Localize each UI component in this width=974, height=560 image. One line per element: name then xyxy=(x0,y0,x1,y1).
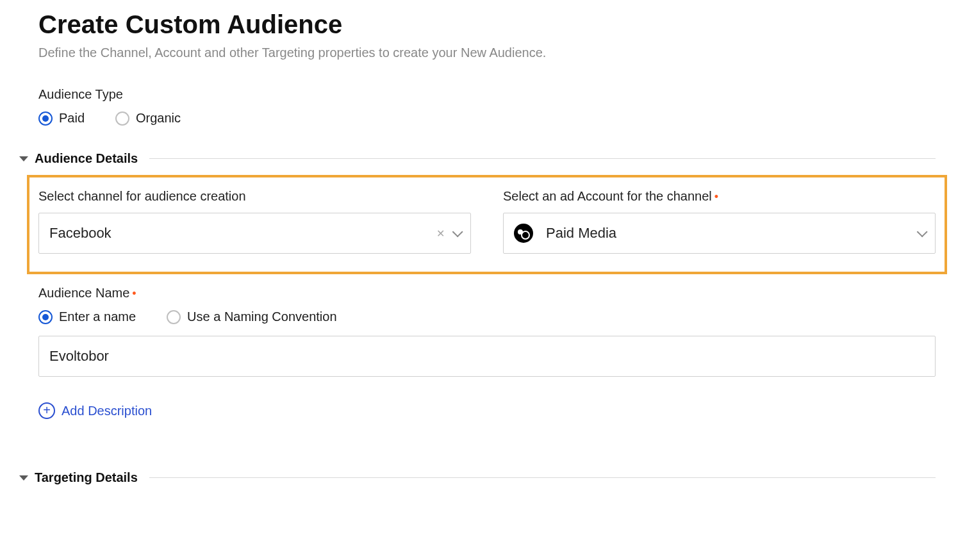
radio-unselected-icon xyxy=(167,310,181,324)
section-targeting-details-title: Targeting Details xyxy=(35,470,138,485)
page-subtitle: Define the Channel, Account and other Ta… xyxy=(38,45,936,60)
section-targeting-details[interactable]: Targeting Details xyxy=(19,470,936,485)
audience-name-input[interactable] xyxy=(49,336,925,376)
divider xyxy=(149,477,936,478)
channel-select-value: Facebook xyxy=(49,225,436,242)
channel-account-highlight: Select channel for audience creation Fac… xyxy=(27,175,947,274)
radio-paid[interactable]: Paid xyxy=(38,111,85,126)
caret-down-icon xyxy=(19,475,28,481)
plus-circle-icon xyxy=(38,402,55,419)
radio-enter-name[interactable]: Enter a name xyxy=(38,309,136,324)
radio-organic[interactable]: Organic xyxy=(115,111,181,126)
account-select-value: Paid Media xyxy=(546,225,917,242)
add-description-button[interactable]: Add Description xyxy=(38,402,152,419)
clear-icon[interactable]: ✕ xyxy=(436,227,445,240)
radio-organic-label: Organic xyxy=(136,111,181,126)
radio-paid-label: Paid xyxy=(59,111,85,126)
audience-type-label: Audience Type xyxy=(38,87,936,102)
audience-name-label: Audience Name• xyxy=(38,286,936,301)
required-icon: • xyxy=(132,287,136,300)
radio-enter-name-label: Enter a name xyxy=(59,309,136,324)
channel-select[interactable]: Facebook ✕ xyxy=(38,213,471,254)
section-audience-details-title: Audience Details xyxy=(35,151,138,166)
chevron-down-icon xyxy=(452,226,463,237)
radio-naming-convention-label: Use a Naming Convention xyxy=(187,309,336,324)
radio-selected-icon xyxy=(38,310,53,324)
radio-naming-convention[interactable]: Use a Naming Convention xyxy=(167,309,336,324)
audience-type-radio-group: Paid Organic xyxy=(38,111,936,126)
section-audience-details[interactable]: Audience Details xyxy=(19,151,936,166)
required-icon: • xyxy=(714,190,718,203)
radio-selected-icon xyxy=(38,111,53,126)
account-label: Select an ad Account for the channel• xyxy=(503,189,936,204)
account-logo-icon xyxy=(514,224,533,243)
channel-label: Select channel for audience creation xyxy=(38,189,471,204)
audience-name-input-wrapper xyxy=(38,336,936,377)
divider xyxy=(149,158,936,159)
account-select[interactable]: Paid Media xyxy=(503,213,936,254)
page-title: Create Custom Audience xyxy=(38,10,936,39)
radio-unselected-icon xyxy=(115,111,129,126)
caret-down-icon xyxy=(19,156,28,161)
audience-name-radio-group: Enter a name Use a Naming Convention xyxy=(38,309,936,324)
add-description-label: Add Description xyxy=(62,404,152,418)
chevron-down-icon xyxy=(917,226,928,237)
